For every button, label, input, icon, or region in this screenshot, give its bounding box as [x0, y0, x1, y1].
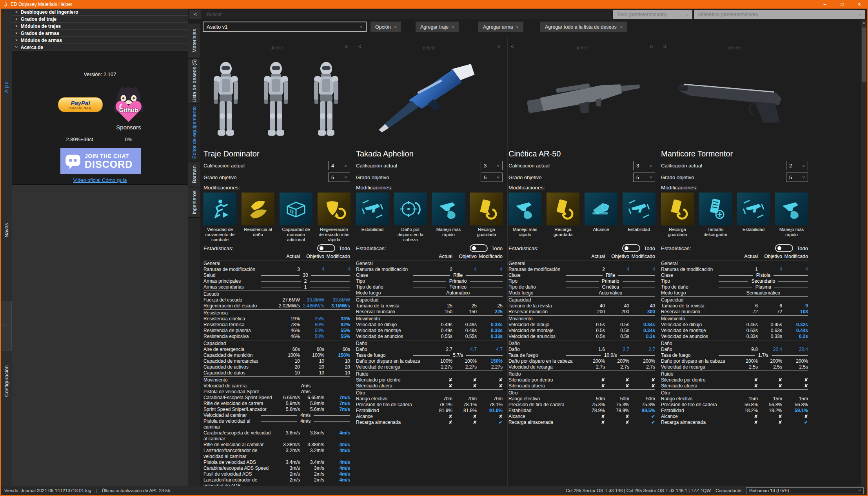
stat-value: 4m/s	[324, 460, 350, 465]
stat-row: Recarga almacenada✘✘✔	[661, 420, 808, 425]
paypal-donate-button[interactable]: PayPal Donate Now	[58, 97, 103, 112]
stability-icon	[356, 193, 389, 225]
stat-label: Tamaño de la revista	[508, 303, 581, 309]
search-input[interactable]	[203, 10, 612, 19]
scrollbar-thumb[interactable]	[862, 27, 866, 82]
option-button[interactable]: Opción>	[370, 22, 401, 32]
add-weapon-button[interactable]: Agregar arma>	[478, 22, 523, 32]
menu-item-weapon-grades[interactable]: >Grados de armas	[12, 30, 188, 37]
stat-label: Resistencia explosiva	[203, 334, 276, 340]
mod-tile[interactable]: Alcance	[585, 193, 617, 243]
target-grade-select[interactable]: 5>	[786, 173, 808, 182]
all-stats-toggle[interactable]	[775, 244, 793, 252]
stat-value: 100%	[276, 352, 300, 358]
shared-value: 4m/s	[300, 412, 311, 418]
stat-value: ✘	[581, 377, 605, 383]
mod-tile[interactable]: Daño por disparo en la cabeza	[394, 193, 427, 243]
stat-label: Ranuras de modificación	[356, 267, 428, 273]
stat-value: ✘	[629, 377, 655, 383]
grade-value: 5	[331, 174, 334, 180]
section-title: Ruido	[661, 371, 808, 377]
mod-tile[interactable]: Velocidad de movimiento de combate	[203, 193, 236, 243]
mod-tile[interactable]: Recarga guardada	[661, 193, 694, 243]
prev-loadout-icon[interactable]: <	[511, 44, 514, 49]
tab-lista-de-deseos[interactable]: Lista de deseos (5)	[188, 59, 200, 104]
mod-tile[interactable]: Estabilidad	[623, 193, 656, 243]
delete-button[interactable]: delete	[271, 45, 283, 51]
mod-tile[interactable]: Manejo más rápido	[432, 193, 465, 243]
shared-value: Térmico	[449, 284, 466, 290]
mod-tile[interactable]: Recarga guardada	[470, 193, 503, 243]
target-grade-select[interactable]: 5>	[328, 173, 350, 182]
stat-row: Reservar munición150150225	[356, 309, 503, 315]
stat-row: Alcance✘✘✘	[356, 414, 503, 420]
next-loadout-icon[interactable]: >	[650, 44, 653, 49]
add-suit-button[interactable]: Agregar traje>	[416, 22, 459, 32]
tab-configuracion[interactable]: Configuración	[1, 350, 12, 412]
target-grade-select[interactable]: 5>	[633, 173, 655, 182]
maximize-icon[interactable]: □	[833, 0, 851, 9]
stat-row: Recarga almacenada✘✘✔	[508, 420, 655, 425]
extra-ammo-icon	[280, 193, 312, 225]
app-body: A pie Naves Configuración >Desbloqueo de…	[1, 9, 867, 486]
stat-row: Tasa de fuego1.7/s	[661, 352, 808, 358]
current-grade-select[interactable]: 2>	[786, 161, 808, 170]
mod-tile[interactable]: Tamaño delcargador	[699, 193, 732, 243]
all-stats-toggle[interactable]	[622, 244, 640, 252]
prev-loadout-icon[interactable]: <	[663, 44, 666, 49]
mod-tile[interactable]: Recarga guardada	[547, 193, 579, 243]
prev-loadout-icon[interactable]: <	[358, 44, 361, 49]
close-icon[interactable]: ✕	[851, 0, 868, 9]
menu-item-suit-modules[interactable]: >Módulos de trajes	[12, 23, 188, 30]
toggle-knob	[472, 246, 476, 250]
current-grade-select[interactable]: 3>	[481, 161, 503, 170]
delete-button[interactable]: delete	[728, 45, 741, 51]
discord-banner[interactable]: JOIN THE CHAT DISCORD	[60, 148, 141, 174]
stat-label: Daño por disparo en la cabeza	[356, 358, 428, 364]
tab-ingenieros[interactable]: Ingenieros	[188, 187, 200, 218]
minimize-icon[interactable]: –	[816, 0, 833, 9]
scroll-up-icon[interactable]: ∧	[861, 20, 867, 26]
mod-tile[interactable]: Resistencia al daño	[242, 193, 274, 243]
vertical-scrollbar[interactable]: ∧	[861, 20, 867, 486]
tab-materiales[interactable]: Materiales	[188, 24, 200, 59]
current-grade-select[interactable]: 4>	[328, 161, 350, 170]
mod-tile[interactable]: Capacidad de munición adicional	[280, 193, 312, 243]
filter-select[interactable]: Todo (predeterminado)>	[613, 10, 692, 19]
all-stats-toggle[interactable]	[470, 244, 488, 252]
next-loadout-icon[interactable]: >	[498, 44, 500, 49]
mod-tile[interactable]: Estabilidad	[737, 193, 770, 243]
delete-button[interactable]: delete	[423, 45, 436, 51]
delete-button[interactable]: delete	[576, 45, 588, 51]
commander-select[interactable]: Gofioman 13 (LIVE) >	[746, 487, 864, 494]
add-all-wishlist-button[interactable]: Agregar todo a la lista de deseos>	[540, 22, 627, 32]
all-stats-toggle[interactable]	[317, 244, 335, 252]
github-sponsors-icon[interactable]	[111, 85, 147, 124]
target-grade-select[interactable]: 5>	[481, 173, 503, 182]
tab-a-pie[interactable]: A pie	[1, 64, 12, 111]
stat-label: Pistola de velocidad al caminar	[203, 418, 261, 430]
menu-item-about[interactable]: >Acerca de	[12, 44, 188, 51]
menu-item-weapon-modules[interactable]: >Módulos de armas	[12, 37, 188, 44]
next-loadout-icon[interactable]: >	[345, 44, 348, 49]
mod-label: Tamaño delcargador	[699, 227, 732, 243]
tab-naves[interactable]: Naves	[1, 211, 12, 250]
mod-tile[interactable]: Manejo más rápido	[775, 193, 808, 243]
current-grade-select[interactable]: 3>	[633, 161, 655, 170]
tab-editor-de-equipamiento[interactable]: Editor de equipamiento	[188, 104, 200, 162]
loadout-select[interactable]: Asalto v1>	[203, 22, 367, 32]
video-guide-link[interactable]: Video oficial Cómo guía	[12, 177, 188, 183]
collapse-sidebar-button[interactable]: <	[189, 10, 202, 19]
stat-row: Carabina/escopeta de velocidad al camina…	[203, 430, 350, 442]
tab-barman[interactable]: Barman	[188, 162, 200, 187]
stat-value: 200%	[782, 358, 808, 364]
mod-tile[interactable]: Regeneración de escudo más rápida	[318, 193, 350, 243]
menu-item-suit-grades[interactable]: >Grados del traje	[12, 16, 188, 23]
mod-tile[interactable]: Estabilidad	[356, 193, 389, 243]
mod-tile[interactable]: Manejo más rápido	[508, 193, 541, 243]
sort-select[interactable]: Alfabético (predeterminado)>	[694, 10, 865, 19]
menu-item-engineer-unlock[interactable]: >Desbloqueo del ingeniero	[12, 9, 188, 16]
stat-value: 0.45s	[734, 322, 758, 328]
stat-row: Capacidad de activos202020	[203, 364, 350, 370]
stat-label: Tipo	[356, 278, 413, 284]
